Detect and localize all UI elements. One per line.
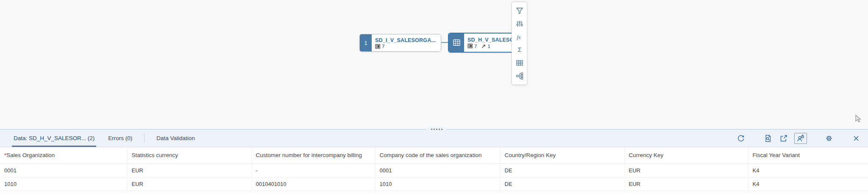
- column-header-currency-key[interactable]: Currency Key: [624, 147, 748, 163]
- column-header-fiscal-year-variant[interactable]: Fiscal Year Variant: [748, 147, 868, 163]
- panel-resize-grip[interactable]: [426, 127, 447, 131]
- table-cell: EUR: [127, 177, 251, 191]
- table-cell: EUR: [624, 163, 748, 177]
- node-title: SD_I_V_SALESORGA...: [375, 37, 436, 43]
- columns-icon: [375, 44, 381, 49]
- table-cell: DE: [500, 163, 624, 177]
- settings-gear-icon[interactable]: [824, 133, 834, 143]
- columns-icon: [467, 43, 473, 49]
- filter-icon[interactable]: [514, 5, 525, 16]
- data-flow-canvas[interactable]: 1 SD_I_V_SALESORGA... 7: [0, 0, 868, 129]
- table-cell: K4: [748, 177, 868, 191]
- node-order-badge: 1: [360, 34, 372, 51]
- svg-text:fx: fx: [517, 34, 521, 40]
- table-cell: 0010401010: [251, 177, 375, 191]
- table-cell: 0001: [375, 163, 500, 177]
- document-search-icon[interactable]: [763, 133, 773, 143]
- data-preview-table: *Sales Organization Statistics currency …: [0, 147, 868, 194]
- join-count: 1: [487, 44, 490, 49]
- hierarchy-join-icon[interactable]: [514, 70, 525, 82]
- tab-separator: [144, 134, 145, 143]
- close-icon[interactable]: [851, 133, 861, 143]
- table-cell: 1010: [375, 177, 500, 191]
- table-cell: 1010: [0, 177, 127, 191]
- column-header-company-code[interactable]: Company code of the sales organization: [375, 147, 500, 163]
- refresh-icon[interactable]: [736, 133, 746, 143]
- panel-actions: [736, 129, 861, 147]
- field-count: 7: [382, 44, 384, 49]
- column-header-customer-number[interactable]: Customer number for intercompany billing: [251, 147, 375, 163]
- tab-data-validation[interactable]: Data Validation: [155, 129, 197, 147]
- table-header-row: *Sales Organization Statistics currency …: [0, 147, 868, 163]
- settings-sliders-icon[interactable]: [514, 18, 525, 29]
- table-cell: K4: [748, 163, 868, 177]
- panel-tab-bar: Data: SD_H_V_SALESOR... (2) Errors (0) D…: [0, 129, 868, 147]
- aggregation-sigma-icon[interactable]: Σ: [514, 44, 525, 55]
- diagram-node-source[interactable]: 1 SD_I_V_SALESORGA... 7: [359, 34, 441, 52]
- column-header-country-region-key[interactable]: Country/Region Key: [500, 147, 624, 163]
- field-count: 7: [474, 44, 477, 49]
- join-arrow-icon: [481, 44, 486, 49]
- table-cell: DE: [500, 177, 624, 191]
- table-cell: -: [251, 163, 375, 177]
- tab-data[interactable]: Data: SD_H_V_SALESOR... (2): [12, 129, 96, 147]
- mouse-cursor-icon: [855, 115, 862, 123]
- export-icon[interactable]: [779, 133, 789, 143]
- node-context-toolbar: fx Σ: [512, 2, 527, 85]
- table-row[interactable]: 0001 EUR - 0001 DE EUR K4: [0, 163, 868, 177]
- table-row[interactable]: 1010 EUR 0010401010 1010 DE EUR K4: [0, 177, 868, 191]
- table-cell: EUR: [624, 177, 748, 191]
- column-header-statistics-currency[interactable]: Statistics currency: [127, 147, 251, 163]
- table-grid-icon[interactable]: [514, 57, 525, 68]
- column-header-sales-organization[interactable]: *Sales Organization: [0, 147, 127, 163]
- svg-text:Σ: Σ: [517, 46, 521, 53]
- tab-errors[interactable]: Errors (0): [106, 129, 134, 147]
- table-row-partial: [0, 191, 868, 194]
- table-entity-icon: [449, 34, 464, 52]
- table-cell: 0001: [0, 163, 127, 177]
- app-screen: 1 SD_I_V_SALESORGA... 7: [0, 0, 868, 194]
- data-preview-panel: Data: SD_H_V_SALESOR... (2) Errors (0) D…: [0, 129, 868, 194]
- node-title: SD_H_V_SALESO...: [467, 37, 519, 43]
- table-cell: EUR: [127, 163, 251, 177]
- formula-fx-icon[interactable]: fx: [514, 31, 525, 42]
- node-connector-line: [0, 0, 868, 129]
- permissions-lock-icon[interactable]: [794, 133, 807, 144]
